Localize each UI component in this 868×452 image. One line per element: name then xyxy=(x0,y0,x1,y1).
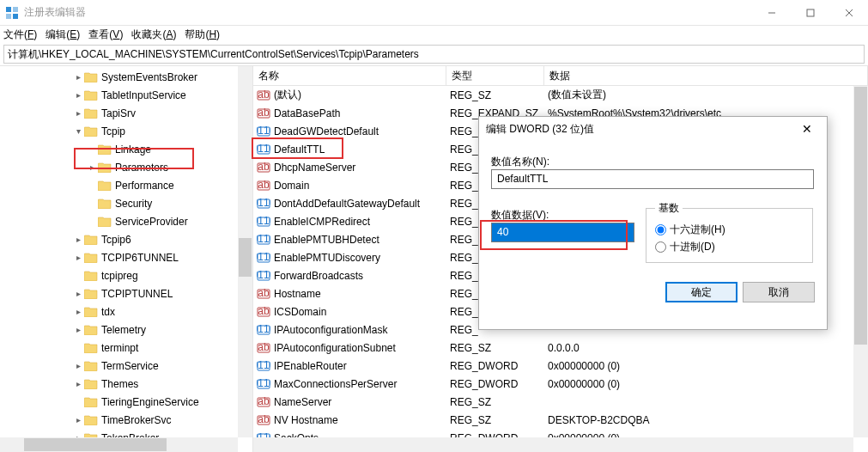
tree-item-label: Themes xyxy=(101,378,138,390)
window-title: 注册表编辑器 xyxy=(24,5,752,20)
svg-text:0110: 0110 xyxy=(257,143,270,155)
tree-item[interactable]: ▾Tcpip xyxy=(0,122,252,140)
radix-hex[interactable]: 十六进制(H) xyxy=(655,221,804,238)
value-row[interactable]: ab(默认)REG_SZ(数值未设置) xyxy=(253,86,868,104)
value-name: ForwardBroadcasts xyxy=(274,270,363,282)
collapse-icon[interactable]: ▾ xyxy=(72,126,84,136)
menu-view[interactable]: 查看(V) xyxy=(88,27,123,42)
value-name: ICSDomain xyxy=(274,306,326,318)
tree-item[interactable]: ▸TermService xyxy=(0,357,252,375)
app-icon xyxy=(5,6,19,20)
value-name-field[interactable]: DefaultTTL xyxy=(491,169,814,189)
expand-icon[interactable]: ▸ xyxy=(72,253,84,262)
tree-item[interactable]: ▸TCPIPTUNNEL xyxy=(0,284,252,302)
cancel-button[interactable]: 取消 xyxy=(743,282,815,302)
tree-item[interactable]: TieringEngineService xyxy=(0,393,252,411)
tree-item-label: SystemEventsBroker xyxy=(101,71,197,83)
column-data[interactable]: 数据 xyxy=(544,66,868,85)
dialog-close-button[interactable]: ✕ xyxy=(794,122,820,136)
expand-icon[interactable]: ▸ xyxy=(72,379,84,388)
minimize-button[interactable] xyxy=(752,0,791,25)
expand-icon[interactable]: ▸ xyxy=(86,162,98,172)
value-row[interactable]: abNameServerREG_SZ xyxy=(253,393,868,411)
menu-file[interactable]: 文件(F) xyxy=(3,27,37,42)
tree-item[interactable]: Linkage xyxy=(0,140,252,158)
tree-item[interactable]: ▸tdx xyxy=(0,302,252,321)
tree-scrollbar-vertical[interactable] xyxy=(238,66,252,437)
tree-item[interactable]: ▸SystemEventsBroker xyxy=(0,68,252,86)
value-type: REG_SZ xyxy=(446,342,544,354)
tree-item[interactable]: ▸Tcpip6 xyxy=(0,230,252,248)
expand-icon[interactable]: ▸ xyxy=(72,235,84,244)
value-data-field[interactable]: 40 xyxy=(491,223,634,242)
value-type: REG_SZ xyxy=(446,396,544,408)
tree-item[interactable]: terminpt xyxy=(0,339,252,357)
expand-icon[interactable]: ▸ xyxy=(72,307,84,316)
tree-item[interactable]: ▸Themes xyxy=(0,375,252,393)
dialog-title: 编辑 DWORD (32 位)值 xyxy=(486,122,794,137)
value-name: Hostname xyxy=(274,288,321,300)
tree-item[interactable]: ▸TapiSrv xyxy=(0,104,252,122)
expand-icon[interactable]: ▸ xyxy=(72,361,84,370)
value-row[interactable]: 0110MaxConnectionsPerServerREG_DWORD0x00… xyxy=(253,375,868,393)
value-data: DESKTOP-B2CDQBA xyxy=(544,414,868,426)
expand-icon[interactable]: ▸ xyxy=(72,325,84,334)
tree-item-label: TapiSrv xyxy=(101,107,136,119)
expand-icon[interactable]: ▸ xyxy=(72,289,84,298)
svg-rect-2 xyxy=(6,14,11,19)
radix-dec[interactable]: 十进制(D) xyxy=(655,238,804,255)
value-name: EnablePMTUDiscovery xyxy=(274,252,380,264)
list-header: 名称 类型 数据 xyxy=(253,66,868,86)
list-scrollbar-vertical[interactable] xyxy=(853,86,868,437)
menu-favorites[interactable]: 收藏夹(A) xyxy=(131,27,176,42)
tree-item-label: Security xyxy=(115,198,152,210)
value-row[interactable]: abIPAutoconfigurationSubnetREG_SZ0.0.0.0 xyxy=(253,339,868,357)
expand-icon[interactable]: ▸ xyxy=(72,415,84,425)
menu-edit[interactable]: 编辑(E) xyxy=(46,27,80,42)
tree-item[interactable]: ▸TimeBrokerSvc xyxy=(0,411,252,429)
menubar: 文件(F) 编辑(E) 查看(V) 收藏夹(A) 帮助(H) xyxy=(0,26,868,43)
ok-button[interactable]: 确定 xyxy=(665,282,737,302)
value-row[interactable]: 0110IPEnableRouterREG_DWORD0x00000000 (0… xyxy=(253,357,868,375)
close-button[interactable] xyxy=(829,0,868,25)
tree-item[interactable]: Performance xyxy=(0,176,252,194)
svg-text:ab: ab xyxy=(258,107,270,119)
tree-scrollbar-horizontal[interactable] xyxy=(0,437,238,452)
value-type: REG_SZ xyxy=(446,414,544,426)
tree-item-label: TermService xyxy=(101,360,159,372)
radix-legend: 基数 xyxy=(655,201,683,216)
tree-item[interactable]: ▸TCPIP6TUNNEL xyxy=(0,248,252,266)
value-row[interactable]: abNV HostnameREG_SZDESKTOP-B2CDQBA xyxy=(253,411,868,429)
tree-item[interactable]: ▸Parameters xyxy=(0,158,252,176)
tree-item[interactable]: ▸TabletInputService xyxy=(0,86,252,104)
svg-text:ab: ab xyxy=(258,89,270,101)
svg-text:0110: 0110 xyxy=(257,197,270,209)
tree-item[interactable]: ServiceProvider xyxy=(0,212,252,230)
svg-text:0110: 0110 xyxy=(257,431,270,438)
tree-item-label: TCPIP6TUNNEL xyxy=(101,252,179,264)
value-name: MaxConnectionsPerServer xyxy=(274,378,397,390)
tree-item-label: Tcpip6 xyxy=(101,234,131,246)
menu-help[interactable]: 帮助(H) xyxy=(185,27,220,42)
titlebar: 注册表编辑器 xyxy=(0,0,868,26)
address-bar[interactable]: 计算机\HKEY_LOCAL_MACHINE\SYSTEM\CurrentCon… xyxy=(3,45,865,64)
svg-text:ab: ab xyxy=(258,413,270,425)
svg-text:0110: 0110 xyxy=(257,377,270,389)
svg-text:0110: 0110 xyxy=(257,233,270,245)
svg-text:0110: 0110 xyxy=(257,269,270,281)
value-name: EnablePMTUBHDetect xyxy=(274,234,379,246)
list-scrollbar-horizontal[interactable] xyxy=(253,437,853,452)
expand-icon[interactable]: ▸ xyxy=(72,108,84,118)
svg-rect-1 xyxy=(13,7,18,12)
maximize-button[interactable] xyxy=(791,0,829,25)
column-type[interactable]: 类型 xyxy=(446,66,544,85)
column-name[interactable]: 名称 xyxy=(253,66,446,85)
tree-item[interactable]: ▸Telemetry xyxy=(0,321,252,339)
expand-icon[interactable]: ▸ xyxy=(72,72,84,82)
value-row[interactable]: 0110SackOptsREG_DWORD0x00000000 (0) xyxy=(253,429,868,437)
tree-item[interactable]: tcpipreg xyxy=(0,266,252,284)
svg-text:0110: 0110 xyxy=(257,359,270,371)
tree-item[interactable]: Security xyxy=(0,194,252,212)
expand-icon[interactable]: ▸ xyxy=(72,90,84,100)
value-type: REG_DWORD xyxy=(446,360,544,372)
